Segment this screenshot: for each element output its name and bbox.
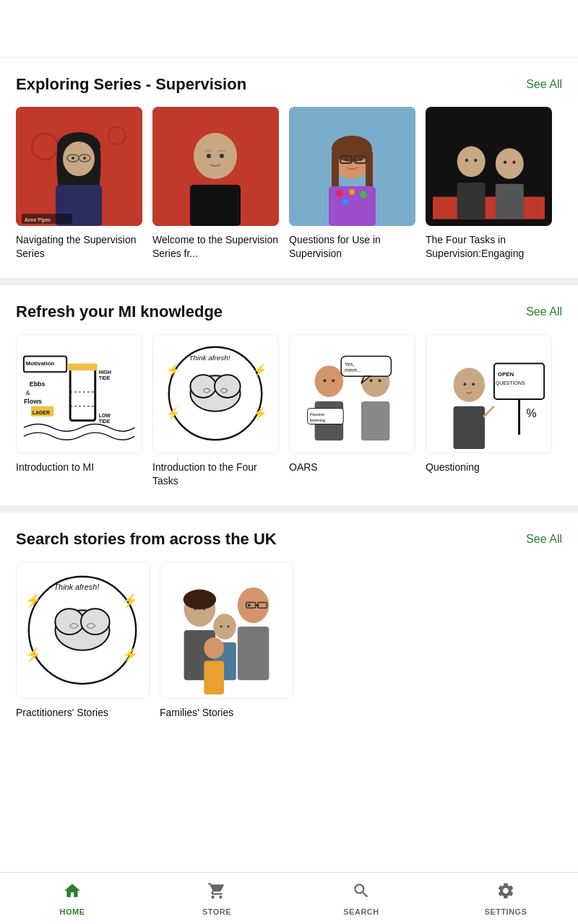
svg-text:⚡: ⚡ [122,593,139,609]
supervision-header: Exploring Series - Supervision See All [16,75,562,94]
svg-text:listening: listening [310,417,326,422]
svg-text:Yes,: Yes, [345,362,354,367]
supervision-see-all[interactable]: See All [526,78,562,91]
svg-text:OPEN: OPEN [498,371,514,378]
svg-text:LAGER: LAGER [33,409,50,414]
svg-text:Anne Pipes: Anne Pipes [25,217,51,223]
stories-header: Search stories from across the UK See Al… [16,530,562,549]
top-bar [0,0,578,58]
mi-label-3: OARS [289,461,415,474]
svg-point-113 [213,614,236,640]
supervision-label-1: Navigating the Supervision Series [16,233,142,261]
stories-section: Search stories from across the UK See Al… [0,513,578,737]
svg-rect-47 [68,363,98,370]
stories-see-all[interactable]: See All [526,533,562,546]
svg-rect-39 [496,184,524,219]
svg-text:HIGH: HIGH [99,370,111,375]
svg-point-68 [190,375,216,398]
svg-text:⚡: ⚡ [253,363,267,377]
supervision-section: Exploring Series - Supervision See All [0,58,578,278]
settings-icon [496,881,515,905]
supervision-label-4: The Four Tasks in Supervision:Engaging [426,233,552,261]
stories-label-1: Practitioners' Stories [16,706,150,720]
stories-title: Search stories from across the UK [16,530,277,549]
nav-store-label: STORE [202,907,231,916]
svg-point-43 [512,161,515,164]
stories-thumb-1: ⚡ ⚡ ⚡ ⚡ Think afresh! [16,562,150,699]
svg-point-124 [256,603,259,606]
nav-settings-label: SETTINGS [484,907,527,916]
mi-section: Refresh your MI knowledge See All HIGH T… [0,285,578,505]
mi-label-1: Introduction to MI [16,461,142,474]
bottom-nav: HOME STORE SEARCH SETTINGS [0,872,578,924]
svg-point-27 [345,158,348,161]
svg-point-85 [370,379,373,382]
svg-text:⚡: ⚡ [122,646,139,662]
svg-point-83 [323,379,326,382]
supervision-card-1[interactable]: Anne Pipes Navigating the Supervision Se… [16,107,142,261]
supervision-thumb-3 [289,107,415,226]
svg-point-117 [184,589,217,609]
nav-store[interactable]: STORE [188,881,246,916]
svg-point-15 [194,133,237,179]
mi-label-2: Introduction to the Four Tasks [152,461,279,488]
mi-card-4[interactable]: OPEN QUESTIONS % Questioning [426,334,552,488]
svg-point-123 [248,603,251,606]
svg-rect-37 [457,183,486,219]
supervision-card-2[interactable]: Welcome to the Supervision Series fr... [152,107,279,261]
svg-rect-116 [204,661,224,694]
svg-text:QUESTIONS: QUESTIONS [496,380,525,386]
svg-text:Motivation: Motivation [26,360,55,367]
svg-text:TIDE: TIDE [99,375,111,380]
mi-scroll-row: HIGH TIDE LOW TIDE Motivation Ebbs & Flo… [16,334,562,494]
mi-thumb-3: Yes, mmm... Passive listening [289,334,415,453]
nav-settings[interactable]: SETTINGS [477,881,535,916]
svg-point-32 [360,191,367,199]
supervision-card-4[interactable]: The Four Tasks in Supervision:Engaging [426,107,552,261]
stories-card-1[interactable]: ⚡ ⚡ ⚡ ⚡ Think afresh! Practitioners' Sto… [16,562,150,720]
svg-point-105 [55,609,84,635]
svg-rect-75 [361,401,390,440]
svg-point-28 [359,158,362,161]
svg-point-30 [336,190,343,197]
divider-1 [0,278,578,285]
svg-point-42 [504,161,506,164]
svg-text:mmm...: mmm... [345,367,361,372]
mi-label-4: Questioning [426,461,552,474]
svg-text:Ebbs: Ebbs [30,380,46,388]
svg-point-33 [342,199,348,205]
svg-text:LOW: LOW [99,412,111,417]
svg-point-31 [349,189,355,195]
stories-label-2: Families' Stories [160,706,293,720]
nav-search[interactable]: SEARCH [332,881,390,916]
mi-card-2[interactable]: ⚡ ⚡ ⚡ ⚡ Think afresh! Introduction to th… [152,334,279,488]
supervision-card-3[interactable]: Questions for Use in Supervision [289,107,415,261]
mi-see-all[interactable]: See All [526,305,562,318]
svg-point-115 [204,637,224,658]
svg-rect-89 [454,406,485,449]
svg-point-40 [465,159,468,162]
svg-point-111 [238,587,269,622]
mi-card-1[interactable]: HIGH TIDE LOW TIDE Motivation Ebbs & Flo… [16,334,142,488]
svg-text:⚡: ⚡ [166,363,181,377]
supervision-scroll-row: Anne Pipes Navigating the Supervision Se… [16,107,562,266]
mi-thumb-1: HIGH TIDE LOW TIDE Motivation Ebbs & Flo… [16,334,142,453]
supervision-thumb-4 [426,107,552,226]
svg-rect-16 [190,185,241,226]
stories-card-2[interactable]: Families' Stories [160,562,293,720]
svg-rect-112 [238,627,269,680]
svg-text:⚡: ⚡ [253,406,267,419]
svg-rect-45 [17,335,142,453]
svg-rect-22 [332,150,339,190]
svg-rect-23 [366,150,373,190]
mi-card-3[interactable]: Yes, mmm... Passive listening OARS [289,334,415,488]
svg-point-17 [207,154,211,158]
svg-text:TIDE: TIDE [99,418,111,423]
svg-text:%: % [526,406,536,419]
svg-point-69 [215,375,241,398]
svg-text:&: & [26,389,30,396]
svg-point-122 [202,607,205,610]
svg-point-88 [454,367,485,401]
supervision-title: Exploring Series - Supervision [16,75,246,94]
nav-home[interactable]: HOME [43,881,101,916]
